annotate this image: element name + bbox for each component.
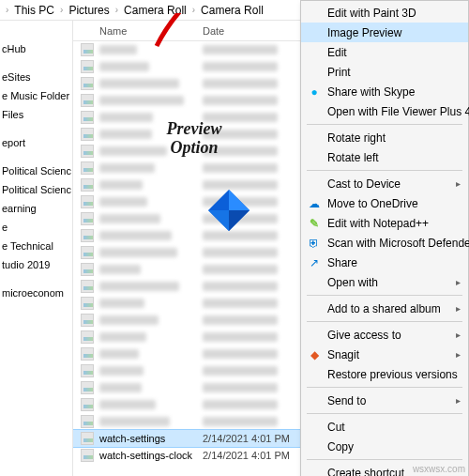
menu-item-label: Edit with Notepad++ xyxy=(327,217,429,230)
menu-item-label: Give access to xyxy=(327,329,401,342)
cloud-icon xyxy=(307,196,322,211)
file-name: watch-settings-clock xyxy=(99,450,203,461)
file-thumbnail-icon xyxy=(81,60,94,73)
chevron-right-icon: › xyxy=(115,5,118,15)
menu-item[interactable]: Add to a shared album xyxy=(301,299,468,318)
breadcrumb-item[interactable]: This PC xyxy=(12,4,56,17)
file-thumbnail-icon xyxy=(81,297,94,310)
file-thumbnail-icon xyxy=(81,381,94,394)
menu-separator xyxy=(307,124,462,125)
menu-item[interactable]: Image Preview xyxy=(301,23,468,42)
share-icon xyxy=(307,255,322,270)
file-thumbnail-icon xyxy=(81,263,94,276)
file-thumbnail-icon xyxy=(81,246,94,259)
menu-item-label: Add to a shared album xyxy=(327,302,441,315)
file-date: 2/14/2021 4:01 PM xyxy=(203,450,315,461)
npp-icon xyxy=(307,216,322,231)
menu-item[interactable]: Scan with Microsoft Defender... xyxy=(301,233,468,253)
file-thumbnail-icon xyxy=(81,330,94,344)
menu-item[interactable]: Open with xyxy=(301,272,468,292)
menu-item[interactable]: Send to xyxy=(301,391,468,410)
menu-item-label: Cut xyxy=(327,421,345,434)
menu-item-label: Open with xyxy=(327,276,378,289)
menu-item-label: Rotate right xyxy=(327,131,386,145)
nav-tree-item[interactable]: e Technical xyxy=(0,237,72,255)
menu-item[interactable]: Snagit xyxy=(301,345,468,364)
file-thumbnail-icon xyxy=(81,145,94,158)
nav-tree-item[interactable]: e xyxy=(0,218,72,237)
menu-item-label: Scan with Microsoft Defender... xyxy=(327,237,469,250)
menu-item[interactable]: Edit xyxy=(301,42,468,62)
file-thumbnail-icon xyxy=(81,314,94,327)
nav-tree-item[interactable]: tudio 2019 xyxy=(0,255,72,274)
chevron-right-icon: › xyxy=(60,5,63,15)
file-thumbnail-icon xyxy=(81,195,94,208)
menu-item[interactable]: Copy xyxy=(301,437,468,456)
breadcrumb-item[interactable]: Pictures xyxy=(67,4,111,17)
menu-item[interactable]: Rotate right xyxy=(301,128,468,147)
menu-item[interactable]: Cast to Device xyxy=(301,174,468,193)
menu-item-label: Restore previous versions xyxy=(327,368,458,381)
nav-tree-item[interactable]: eSites xyxy=(0,68,72,86)
menu-item[interactable]: Move to OneDrive xyxy=(301,193,468,213)
menu-item-label: Create shortcut xyxy=(327,467,404,477)
menu-item-label: Image Preview xyxy=(327,26,401,39)
chevron-right-icon: › xyxy=(6,5,8,15)
menu-item[interactable]: Share xyxy=(301,253,468,272)
menu-item[interactable]: Edit with Paint 3D xyxy=(301,3,468,23)
file-thumbnail-icon xyxy=(81,94,94,107)
file-thumbnail-icon xyxy=(81,432,94,445)
menu-item-label: Edit with Paint 3D xyxy=(327,7,416,20)
column-header-name[interactable]: Name xyxy=(99,25,203,37)
menu-separator xyxy=(307,170,462,171)
chevron-right-icon: › xyxy=(192,5,195,15)
file-thumbnail-icon xyxy=(81,43,94,56)
menu-item-label: Cast to Device xyxy=(327,177,401,191)
file-thumbnail-icon xyxy=(81,229,94,242)
menu-separator xyxy=(307,321,462,322)
menu-item[interactable]: Print xyxy=(301,62,468,82)
menu-item-label: Share with Skype xyxy=(327,85,415,99)
shield-icon xyxy=(307,236,322,251)
file-thumbnail-icon xyxy=(81,178,94,192)
menu-separator xyxy=(307,459,462,460)
menu-item-label: Print xyxy=(327,66,351,79)
file-thumbnail-icon xyxy=(81,347,94,361)
menu-item-label: Copy xyxy=(327,440,354,453)
menu-item-label: Open with File Viewer Plus 4 xyxy=(327,105,469,118)
menu-item[interactable]: Cut xyxy=(301,417,468,437)
menu-item[interactable]: Share with Skype xyxy=(301,82,468,101)
skype-icon xyxy=(307,84,322,100)
nav-tree-item[interactable]: microeconom xyxy=(0,284,72,302)
menu-item[interactable]: Give access to xyxy=(301,325,468,345)
nav-tree-item[interactable]: earning xyxy=(0,199,72,218)
menu-item[interactable]: Restore previous versions xyxy=(301,364,468,384)
file-thumbnail-icon xyxy=(81,77,94,90)
menu-item[interactable]: Open with File Viewer Plus 4 xyxy=(301,101,468,121)
file-date: 2/14/2021 4:01 PM xyxy=(203,433,315,444)
breadcrumb-item[interactable]: Camera Roll xyxy=(122,4,189,17)
nav-tree-item[interactable]: Political Scienc xyxy=(0,180,72,199)
context-menu[interactable]: Edit with Paint 3DImage PreviewEditPrint… xyxy=(300,0,469,476)
menu-item[interactable]: Rotate left xyxy=(301,147,468,167)
nav-tree-item[interactable]: cHub xyxy=(0,39,72,58)
menu-separator xyxy=(307,413,462,414)
nav-tree-item[interactable]: e Music Folder xyxy=(0,86,72,105)
nav-tree-item[interactable]: Files xyxy=(0,105,72,124)
file-thumbnail-icon xyxy=(81,161,94,175)
nav-tree-item[interactable]: eport xyxy=(0,133,72,152)
menu-item-label: Share xyxy=(327,256,357,269)
menu-item-label: Move to OneDrive xyxy=(327,197,418,210)
file-thumbnail-icon xyxy=(81,415,94,428)
breadcrumb-item[interactable]: Camera Roll xyxy=(199,4,265,17)
snagit-icon xyxy=(307,347,322,362)
menu-item-label: Snagit xyxy=(327,348,359,361)
nav-tree-pane[interactable]: cHubeSitese Music FolderFileseportPoliti… xyxy=(0,21,73,476)
file-name: watch-settings xyxy=(99,433,203,444)
menu-item[interactable]: Edit with Notepad++ xyxy=(301,213,468,233)
file-thumbnail-icon xyxy=(81,128,94,141)
nav-tree-item[interactable]: Political Scienc xyxy=(0,161,72,180)
watermark: wsxwsx.com xyxy=(413,464,465,474)
column-header-date[interactable]: Date xyxy=(203,25,315,37)
file-thumbnail-icon xyxy=(81,280,94,293)
